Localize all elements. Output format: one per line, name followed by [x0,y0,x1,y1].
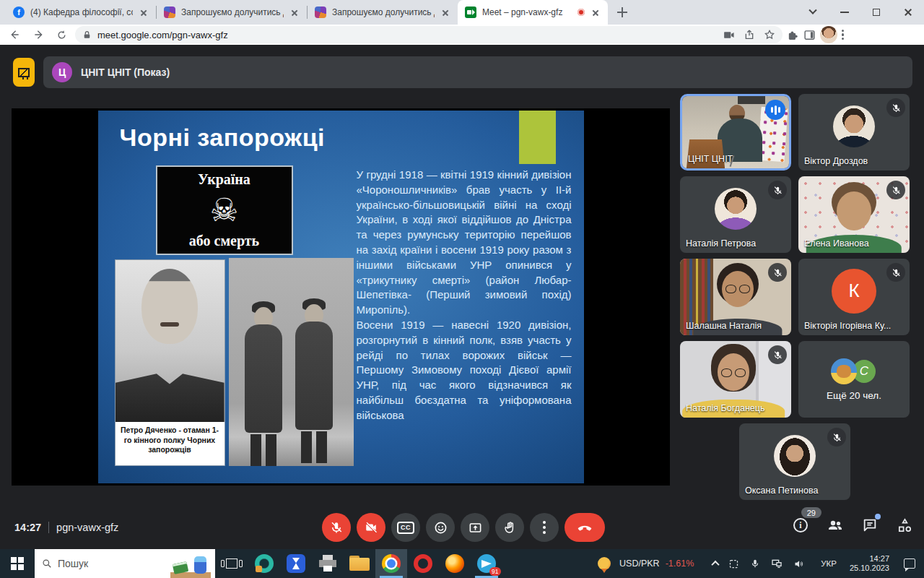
participant-tile-cnit[interactable]: ЦНІТ ЦНІТ [680,94,791,171]
participant-tile-petrova[interactable]: Наталія Петрова [680,176,791,253]
chat-button[interactable] [860,516,879,535]
taskbar-search-input[interactable]: Пошук [35,549,215,578]
share-icon[interactable] [744,29,755,40]
search-highlight-graphic [170,552,211,578]
forward-button[interactable] [29,25,48,44]
restore-button[interactable] [860,0,892,25]
soldier-figure [245,307,282,459]
captions-icon: CC [397,522,414,534]
taskbar-opera[interactable] [407,549,439,578]
taskbar-telegram[interactable]: 91 [471,549,502,578]
language-indicator[interactable]: УКР [821,559,837,568]
participant-tile-drozdov[interactable]: Віктор Дроздов [798,94,910,171]
new-tab-button[interactable] [612,2,632,22]
browser-toolbar: meet.google.com/pgn-vawx-gfz [0,25,924,45]
overflow-tile-more-people[interactable]: C Ещё 20 чел. [798,341,910,418]
mic-off-icon [330,521,343,534]
taskbar-firefox[interactable] [439,549,471,578]
browser-tab-strip: f (4) Кафедра філософії, соціоло Запрошу… [0,0,924,25]
whiteboard-off-icon [18,68,30,77]
tab-search-button[interactable] [797,0,829,25]
speaking-indicator-icon [765,100,785,120]
back-button[interactable] [6,25,25,44]
participant-tile-bogdanets[interactable]: Наталія Богданець [680,341,791,418]
show-people-button[interactable] [826,516,845,535]
browser-tab-invite-2[interactable]: Запрошуємо долучитись до за [308,0,458,25]
participant-name: Вікторія Ігорівна Ку... [804,321,891,331]
browser-tab-facebook[interactable]: f (4) Кафедра філософії, соціоло [6,0,156,25]
taskbar-chrome[interactable] [375,549,407,578]
tray-display-icon[interactable] [770,557,783,570]
mic-muted-icon [827,428,846,447]
lock-icon [82,30,92,40]
soldiers-photo [229,258,354,466]
participant-avatar [774,435,816,477]
more-options-button[interactable] [530,513,559,542]
tab-close-icon[interactable] [289,7,300,17]
task-view-icon [226,558,237,569]
taskbar-file-explorer[interactable] [344,549,375,578]
tab-close-icon[interactable] [590,7,601,17]
captions-button[interactable]: CC [391,513,420,542]
people-icon [827,517,844,534]
skull-crossbones-icon: ☠ [210,196,238,225]
reactions-button[interactable] [426,513,455,542]
raise-hand-button[interactable] [495,513,524,542]
browser-tab-invite-1[interactable]: Запрошуємо долучитись до за [157,0,307,25]
start-button[interactable] [0,549,35,578]
mustache-detail [160,322,179,327]
camera-in-use-icon[interactable] [723,29,735,41]
folder-icon [349,556,370,571]
participant-tile-ivanova[interactable]: Елена Иванова [798,176,910,253]
close-button[interactable] [892,0,924,25]
browser-tab-meet-active[interactable]: Meet – pgn-vawx-gfz [458,0,608,25]
side-panel-icon[interactable] [803,29,816,41]
tray-mic-icon[interactable] [749,557,762,570]
tray-screen-clip-icon[interactable] [727,557,740,570]
camera-off-button[interactable] [357,513,385,542]
presentation-chip-button[interactable] [13,58,35,87]
minimize-button[interactable] [829,0,860,25]
taskbar-date: 25.10.2023 [850,564,889,573]
taskbar-app-blue[interactable] [280,549,312,578]
reload-button[interactable] [52,25,71,44]
currency-change[interactable]: -1.61% [666,558,694,569]
tab-close-icon[interactable] [440,7,450,17]
tray-volume-icon[interactable] [792,557,805,570]
news-ticker-icon[interactable] [598,557,611,570]
chevron-down-icon [808,7,816,14]
mic-off-button[interactable] [322,513,351,542]
notification-center-icon[interactable] [904,558,915,569]
task-view-button[interactable] [215,549,248,578]
mic-muted-icon [768,345,787,364]
participant-tile-shalashna[interactable]: Шалашна Наталія [680,259,791,335]
slide-body-text: У грудні 1918 — квітні 1919 кінний дивіз… [357,168,572,423]
participants-grid: ЦНІТ ЦНІТ Віктор Дроздов Наталія Петрова [680,94,911,501]
windows-taskbar: Пошук 91 USD/PKR -1.61% [0,549,924,578]
present-screen-button[interactable] [461,513,489,542]
windows-logo-icon [11,557,24,570]
info-icon: i [793,518,808,532]
taskbar-app-printer[interactable] [312,549,344,578]
currency-pair[interactable]: USD/PKR [619,558,660,569]
participant-tile-petynova[interactable]: Оксана Петинова [739,423,850,500]
activities-icon [897,517,913,534]
activities-button[interactable] [895,516,914,535]
extensions-puzzle-icon[interactable] [787,29,799,41]
address-bar[interactable]: meet.google.com/pgn-vawx-gfz [75,26,783,43]
bookmark-star-icon[interactable] [764,29,775,40]
end-call-button[interactable] [565,513,605,542]
printer-icon [318,555,337,572]
tab-close-icon[interactable] [139,7,149,17]
taskbar-app-media[interactable] [248,549,280,578]
presentation-stage: Чорні запорожці Україна ☠ або смерть Пет… [12,108,670,486]
taskbar-clock[interactable]: 14:27 25.10.2023 [850,554,889,573]
presenter-name: ЦНІТ ЦНІТ (Показ) [81,66,170,78]
meeting-details-button[interactable]: i [791,516,810,535]
window-controls [797,0,924,25]
participant-tile-viktoriia[interactable]: К Вікторія Ігорівна Ку... [798,259,910,335]
browser-menu-icon[interactable] [842,30,844,40]
profile-avatar[interactable] [820,26,837,43]
hidden-icons-chevron[interactable] [712,561,720,569]
meet-favicon [465,7,476,18]
